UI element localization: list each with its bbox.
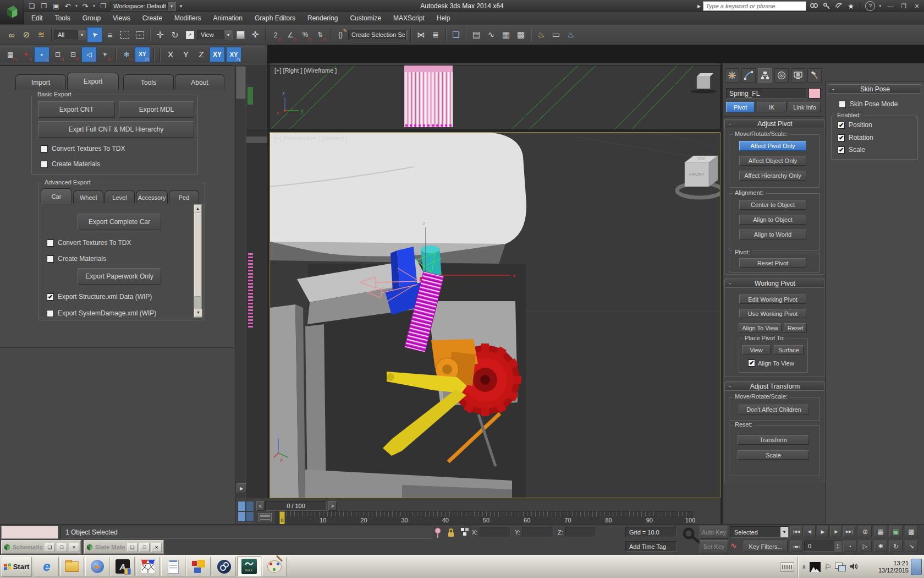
taskbar-steam-icon[interactable] — [212, 557, 236, 576]
viewport-label[interactable]: [+] [Perspective ] [Shaded ] — [274, 135, 347, 141]
adjust-pivot-rollout-header[interactable]: - Adjust Pivot — [724, 119, 824, 128]
next-frame-button[interactable]: |▶ — [830, 526, 842, 537]
taskbar-voronoi-app-icon[interactable] — [136, 557, 160, 576]
create-materials-checkbox[interactable]: Create Materials — [41, 160, 100, 168]
dialog-scrollbar[interactable]: ▲ ▼ — [194, 204, 202, 318]
grid-points-snap-icon[interactable]: ▦∩ — [3, 47, 18, 62]
rotation-checkbox[interactable]: ✔ Rotation — [838, 134, 873, 141]
reset-pivot-button[interactable]: Reset Pivot — [739, 258, 806, 268]
align-to-view-checkbox[interactable]: ✔ Align To View — [748, 359, 794, 367]
checkbox-box[interactable]: ✔ — [748, 359, 755, 367]
tray-network-icon[interactable] — [835, 563, 846, 571]
redo-icon[interactable]: ↷ — [80, 1, 90, 11]
search-input[interactable] — [703, 1, 806, 11]
close-icon[interactable]: × — [151, 543, 162, 552]
tab-car[interactable]: Car — [41, 188, 72, 204]
isolate-selection-icon[interactable] — [434, 527, 442, 540]
subscription-key-icon[interactable] — [822, 1, 832, 11]
restore-button[interactable]: ❐ — [898, 2, 909, 10]
workspace-dropdown[interactable]: Workspace: Default ▾ — [110, 2, 176, 11]
workspace-menu-icon[interactable]: ▼ — [177, 1, 185, 11]
checkbox-box[interactable] — [839, 101, 846, 108]
trackbar-mode-icon[interactable] — [258, 513, 272, 521]
collapse-icon[interactable]: - — [828, 85, 838, 93]
cursor-snap-icon[interactable]: ➤∩ — [98, 47, 112, 62]
scale-checkbox[interactable]: ✔ Scale — [838, 146, 865, 154]
select-and-scale-icon[interactable]: ↗ — [183, 28, 197, 42]
align-to-world-button[interactable]: Align to World — [739, 230, 806, 239]
selection-filter-dropdown[interactable]: All ▾ — [54, 30, 86, 40]
place-pivot-surface-button[interactable]: Surface — [774, 345, 804, 355]
skin-pose-rollout-header[interactable]: - Skin Pose — [828, 84, 921, 94]
place-pivot-view-button[interactable]: View — [742, 345, 771, 355]
reset-working-pivot-button[interactable]: Reset — [784, 323, 807, 332]
undo-icon[interactable]: ↶ — [63, 1, 73, 11]
help-icon[interactable]: ? — [865, 1, 875, 11]
add-time-tag-field[interactable]: Add Time Tag — [625, 541, 677, 552]
menu-create[interactable]: Create — [136, 12, 168, 25]
menu-graph-editors[interactable]: Graph Editors — [249, 12, 301, 25]
xy-snap-toggle-icon[interactable]: XY∩ — [135, 47, 150, 62]
tray-flag-icon[interactable]: ⚐ — [824, 562, 831, 572]
restore-icon[interactable]: ❏ — [45, 543, 55, 552]
vertex-snap-icon[interactable]: ▪∩ — [34, 47, 50, 62]
restrict-xy-snap-button[interactable]: XY∩ — [226, 47, 241, 62]
play-button[interactable]: ▶ — [817, 526, 829, 537]
help-dropdown-icon[interactable]: ▾ — [877, 2, 883, 10]
menu-maxscript[interactable]: MAXScript — [387, 12, 431, 25]
start-button[interactable]: Start — [1, 557, 32, 577]
rectangular-selection-icon[interactable] — [118, 28, 132, 42]
current-frame-spinner[interactable]: 0 ▲ ▼ — [804, 541, 842, 552]
export-full-hierarchy-button[interactable]: Exprt Full CNT & MDL Hierarchy — [38, 121, 194, 138]
checkbox-box[interactable]: ✔ — [838, 122, 845, 129]
center-to-object-button[interactable]: Center to Object — [739, 200, 806, 210]
taskbar-3dsmax-button[interactable]: MAX — [237, 557, 261, 576]
frozen-snap-icon[interactable]: ✻∩ — [119, 47, 134, 62]
viewport-label[interactable]: [+] [Right ] [Wireframe ] — [274, 67, 337, 74]
absolute-offset-toggle-icon[interactable] — [460, 527, 469, 539]
tab-display[interactable] — [791, 68, 805, 83]
checkbox-box[interactable] — [41, 161, 48, 168]
next-frame-button[interactable]: > — [328, 501, 337, 511]
minimized-slate-material-editor[interactable]: Slate Materi... ❏ □ × — [84, 540, 164, 554]
orbit-icon[interactable]: ↻ — [889, 541, 903, 552]
snap-toggle-2d-icon[interactable]: 2∩ — [268, 28, 283, 42]
infocenter-expand-icon[interactable]: ▶ — [697, 4, 701, 9]
checkbox-box[interactable] — [41, 145, 48, 152]
adv-convert-textures-checkbox[interactable]: Convert Textures To TDX — [47, 239, 131, 247]
pivot-snap-icon[interactable]: ✦∩ — [19, 47, 33, 62]
restrict-y-button[interactable]: Y — [179, 47, 193, 62]
right-viewport[interactable]: z y x [+] [Right ] [Wireframe ] — [270, 65, 721, 129]
show-desktop-button[interactable] — [911, 559, 922, 575]
taskbar-a4-app-icon[interactable]: A — [111, 557, 135, 576]
spinner-snap-icon[interactable]: ⇅∩ — [313, 28, 327, 42]
taskbar-explorer-icon[interactable] — [60, 557, 84, 576]
menu-rendering[interactable]: Rendering — [301, 12, 344, 25]
affect-object-only-button[interactable]: Affect Object Only — [739, 156, 806, 166]
menu-animation[interactable]: Animation — [207, 12, 249, 25]
tray-graphics-icon[interactable] — [810, 562, 821, 572]
object-name-field[interactable]: Spring_FL — [726, 88, 806, 99]
floater-scrollbar[interactable] — [235, 65, 245, 524]
adv-create-materials-checkbox[interactable]: Create Materials — [47, 255, 106, 263]
edit-named-selection-sets-icon[interactable]: {}✎ — [333, 28, 348, 42]
z-coord-field[interactable] — [565, 527, 596, 537]
tab-about[interactable]: About — [175, 74, 224, 90]
select-object-button[interactable]: ➤ — [87, 27, 102, 42]
maximize-icon[interactable]: □ — [57, 543, 67, 552]
tab-utilities[interactable] — [807, 68, 822, 83]
keyboard-layout-icon[interactable] — [780, 562, 794, 572]
maximize-icon[interactable]: □ — [139, 543, 150, 552]
ik-mode-button[interactable]: IK — [757, 102, 787, 112]
checkbox-box[interactable] — [47, 239, 54, 247]
collapse-icon[interactable]: - — [725, 280, 735, 287]
floater-next-button[interactable]: ▶ — [237, 483, 246, 493]
tray-clock[interactable]: 13:21 13/12/2015 — [878, 560, 909, 574]
key-filters-button[interactable]: Key Filters... — [744, 541, 788, 552]
angle-snap-icon[interactable]: ∠∩ — [283, 28, 298, 42]
close-icon[interactable]: × — [69, 543, 79, 552]
go-to-start-button[interactable]: |◀◀ — [790, 526, 802, 537]
open-file-icon[interactable]: ❒ — [38, 1, 50, 11]
x-coord-field[interactable] — [480, 527, 510, 537]
time-slider-playhead[interactable]: 0 — [279, 511, 285, 525]
